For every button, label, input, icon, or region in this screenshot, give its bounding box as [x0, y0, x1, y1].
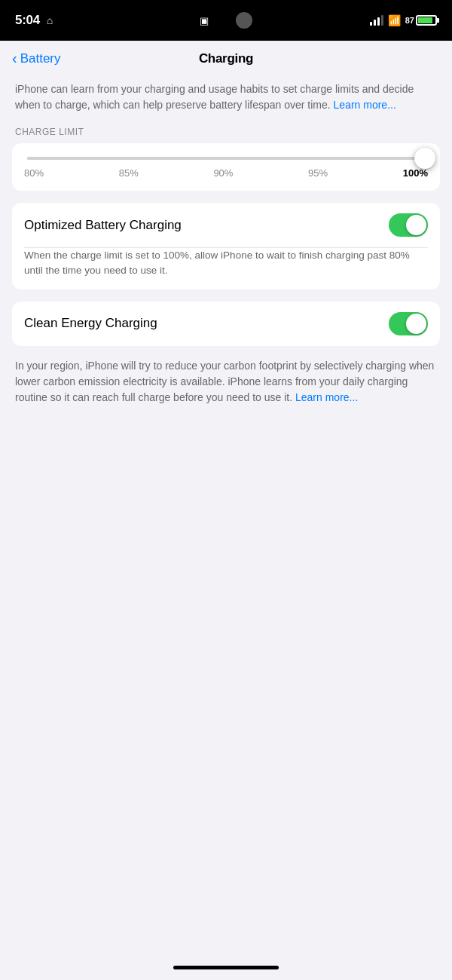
clean-energy-card: Clean Energy Charging: [12, 302, 440, 346]
nav-bar: ‹ Battery Charging: [0, 41, 452, 74]
signal-bars: [370, 15, 383, 26]
clean-energy-row: Clean Energy Charging: [12, 302, 440, 346]
optimized-charging-row: Optimized Battery Charging: [12, 203, 440, 247]
optimized-charging-label: Optimized Battery Charging: [24, 218, 182, 233]
home-icon: ⌂: [47, 14, 53, 26]
clean-energy-subtext: In your region, iPhone will try to reduc…: [12, 358, 440, 406]
clean-energy-learn-more-link[interactable]: Learn more...: [295, 391, 358, 403]
island-right-circle: [236, 12, 252, 29]
home-indicator: [173, 966, 279, 969]
dynamic-island: ▣: [177, 6, 275, 35]
description-text: iPhone can learn from your charging and …: [12, 81, 440, 113]
status-right-icons: 📶 87: [370, 14, 437, 26]
signal-bar-4: [381, 15, 383, 26]
wifi-icon: 📶: [388, 14, 401, 26]
slider-thumb[interactable]: [414, 148, 435, 169]
slider-container[interactable]: [24, 157, 428, 160]
battery-status: 87: [405, 15, 437, 26]
clean-energy-body: In your region, iPhone will try to reduc…: [15, 360, 434, 403]
clean-energy-label: Clean Energy Charging: [24, 316, 157, 331]
optimized-charging-toggle-knob: [406, 215, 426, 235]
page-title: Charging: [199, 51, 253, 66]
back-chevron-icon: ‹: [12, 51, 17, 66]
battery-fill: [418, 17, 432, 23]
battery-percent-text: 87: [405, 16, 414, 25]
signal-bar-2: [374, 20, 376, 26]
battery-box: [416, 15, 437, 26]
learn-more-text: Learn more...: [334, 99, 396, 111]
description-learn-more-link[interactable]: Learn more...: [334, 99, 396, 111]
signal-bar-1: [370, 22, 372, 26]
main-content: iPhone can learn from your charging and …: [0, 81, 452, 406]
status-bar: 5:04 ⌂ ▣ 📶 87: [0, 0, 452, 41]
charge-limit-label: CHARGE LIMIT: [12, 127, 440, 137]
slider-track-filled: [27, 157, 425, 160]
back-button[interactable]: ‹ Battery: [12, 51, 61, 66]
charge-limit-card: 80% 85% 90% 95% 100%: [12, 143, 440, 191]
slider-label-85: 85%: [119, 167, 139, 179]
slider-label-100: 100%: [403, 167, 428, 179]
status-time: 5:04: [15, 13, 40, 28]
optimized-charging-card: Optimized Battery Charging When the char…: [12, 203, 440, 289]
clean-energy-toggle[interactable]: [389, 312, 428, 335]
island-left-icon: ▣: [200, 15, 209, 26]
back-label: Battery: [20, 51, 61, 66]
clean-energy-toggle-knob: [406, 314, 426, 334]
slider-track: [27, 157, 425, 160]
slider-labels: 80% 85% 90% 95% 100%: [24, 167, 428, 179]
optimized-charging-subtext: When the charge limit is set to 100%, al…: [12, 248, 440, 289]
clean-energy-learn-more-text: Learn more...: [295, 391, 358, 403]
optimized-charging-toggle[interactable]: [389, 213, 428, 237]
slider-label-95: 95%: [308, 167, 328, 179]
signal-bar-3: [377, 17, 380, 26]
slider-label-90: 90%: [213, 167, 233, 179]
slider-label-80: 80%: [24, 167, 44, 179]
